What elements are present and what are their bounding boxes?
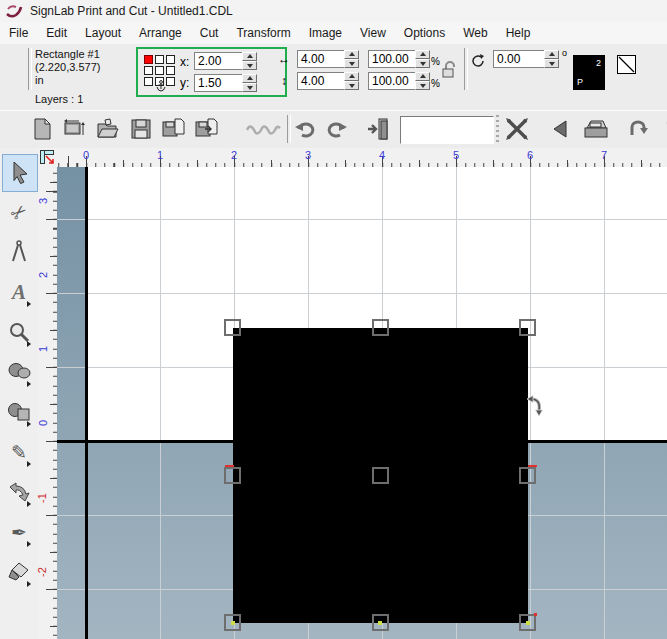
page-setup-button[interactable]: [61, 115, 89, 143]
node-dot: [378, 621, 382, 625]
height-input[interactable]: 4.00: [297, 72, 349, 90]
tool-knife[interactable]: [2, 554, 36, 590]
plot-rotate-button[interactable]: [624, 115, 652, 143]
position-group-highlight: x: y: 2.00 1.50: [136, 47, 287, 97]
width-input[interactable]: 4.00: [297, 50, 349, 68]
y-spinner[interactable]: [242, 74, 257, 92]
handle-mid-right[interactable]: [519, 467, 536, 484]
app-logo-icon: [5, 3, 23, 19]
undo-button[interactable]: [291, 115, 319, 143]
anchor-bottom-left[interactable]: [144, 77, 153, 86]
tool-palette: ✂ A ✎: [0, 148, 39, 639]
tool-zoom[interactable]: [2, 314, 36, 350]
anchor-mid-right[interactable]: [166, 66, 175, 75]
stroke-none-swatch[interactable]: [617, 55, 636, 74]
tool-scissors[interactable]: ✂: [2, 194, 36, 230]
hruler-major-ticks: [57, 156, 667, 167]
triangle-left-icon: [551, 119, 569, 139]
hruler-label: 1: [157, 149, 163, 161]
redo-icon: [325, 118, 349, 140]
tool-compass[interactable]: [2, 234, 36, 270]
tool-text[interactable]: A: [2, 274, 36, 310]
import-button[interactable]: [160, 115, 188, 143]
toolbar-grip: [28, 48, 32, 90]
proportional-lock-icon[interactable]: [440, 60, 458, 80]
anchor-bottom-right[interactable]: [166, 77, 175, 86]
flyout-arrow-icon: [27, 501, 34, 507]
overflow-button[interactable]: [658, 115, 667, 143]
handle-top-left[interactable]: [224, 319, 241, 336]
width-percent-spinner[interactable]: [415, 50, 430, 68]
menu-transform[interactable]: Transform: [227, 26, 299, 40]
tool-pen-nib[interactable]: ✒: [2, 514, 36, 550]
anchor-mid-left[interactable]: [144, 66, 153, 75]
diagonal-line-icon: [618, 56, 635, 73]
width-percent-input[interactable]: 100.00: [368, 50, 420, 68]
handle-top-right[interactable]: [519, 319, 536, 336]
menu-help[interactable]: Help: [497, 26, 540, 40]
menu-file[interactable]: File: [0, 26, 37, 40]
circle-square-icon: [7, 401, 31, 423]
new-document-button[interactable]: [28, 115, 56, 143]
menu-arrange[interactable]: Arrange: [130, 26, 191, 40]
tool-node-edit[interactable]: [2, 474, 36, 510]
rotation-spinner[interactable]: [544, 50, 559, 68]
hruler-label: 2: [231, 149, 237, 161]
pencil-icon: ✎: [11, 441, 27, 464]
object-name-label: Rectangle #1: [35, 48, 100, 60]
print-button[interactable]: [582, 115, 610, 143]
menu-edit[interactable]: Edit: [37, 26, 76, 40]
tool-shape-circle-square[interactable]: [2, 394, 36, 430]
menu-cut[interactable]: Cut: [191, 26, 228, 40]
pointer-left-button[interactable]: [546, 115, 574, 143]
hruler-label: 5: [453, 149, 459, 161]
x-input[interactable]: 2.00: [194, 52, 244, 70]
cut-x-button[interactable]: [503, 115, 531, 143]
height-spinner[interactable]: [344, 72, 359, 90]
fill-color-swatch[interactable]: 2 P: [573, 55, 605, 90]
menu-image[interactable]: Image: [300, 26, 351, 40]
horizontal-ruler[interactable]: 0 1 2 3 4 5 6 7: [57, 148, 667, 169]
handle-top-center[interactable]: [372, 319, 389, 336]
title-bar: SignLab Print and Cut - Untitled1.CDL: [0, 0, 667, 23]
rotation-input[interactable]: 0.00: [493, 50, 549, 68]
drawing-canvas[interactable]: [57, 167, 667, 639]
save-button[interactable]: [127, 115, 155, 143]
gridline: [604, 167, 605, 639]
width-spinner[interactable]: [344, 50, 359, 68]
y-input[interactable]: 1.50: [194, 74, 244, 92]
gridline: [57, 293, 667, 294]
handle-mid-left[interactable]: [224, 467, 241, 484]
zoom-icon: [8, 321, 30, 343]
rotation-icon: [470, 53, 486, 69]
vruler-label: 3: [37, 198, 49, 204]
toolbar-dotted-separator: [496, 115, 499, 143]
ruler-origin-icon: [40, 150, 55, 165]
property-bar: Rectangle #1 (2.220,3.577) in Layers : 1…: [0, 44, 667, 111]
tool-pencil[interactable]: ✎: [2, 434, 36, 470]
export-button[interactable]: [193, 115, 221, 143]
menu-view[interactable]: View: [351, 26, 395, 40]
anchor-top-center[interactable]: [155, 55, 164, 64]
tool-select-arrow[interactable]: [2, 154, 38, 192]
height-percent-input[interactable]: 100.00: [368, 72, 420, 90]
anchor-mid-center[interactable]: [155, 66, 164, 75]
anchor-top-left[interactable]: [144, 55, 153, 64]
new-document-icon: [31, 117, 53, 141]
redo-button[interactable]: [323, 115, 351, 143]
menu-options[interactable]: Options: [395, 26, 454, 40]
ruler-origin-button[interactable]: [38, 148, 58, 168]
flyout-arrow-icon: [27, 581, 34, 587]
open-button[interactable]: [94, 115, 122, 143]
x-spinner[interactable]: [242, 52, 257, 70]
tool-shape-balloons[interactable]: [2, 354, 36, 390]
anchor-top-right[interactable]: [166, 55, 175, 64]
menu-layout[interactable]: Layout: [76, 26, 130, 40]
vertical-ruler[interactable]: 3 2 1 0 -1 -2: [38, 167, 59, 639]
handle-center[interactable]: [372, 467, 389, 484]
height-percent-spinner[interactable]: [415, 72, 430, 90]
exit-door-button[interactable]: [364, 115, 392, 143]
gridline: [160, 167, 161, 639]
standard-toolbar: [0, 110, 667, 150]
menu-web[interactable]: Web: [454, 26, 496, 40]
